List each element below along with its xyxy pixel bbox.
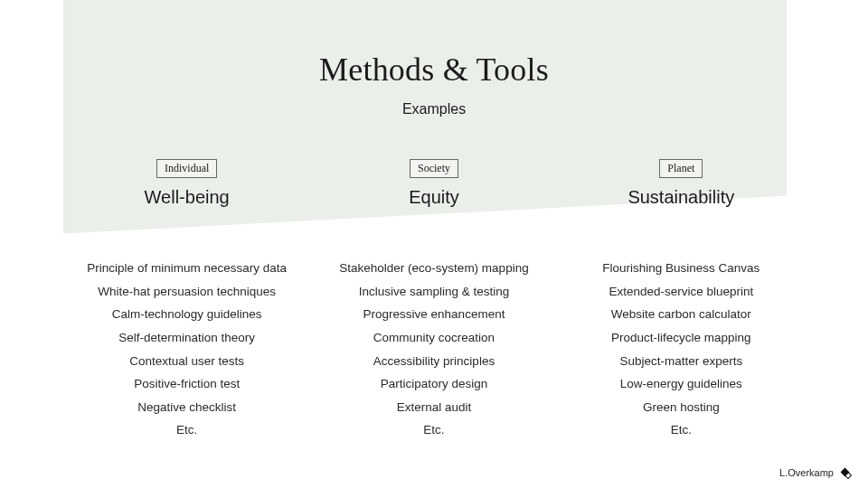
footer-credit: L.Overkamp [779, 467, 834, 478]
list-item: Community cocreation [310, 326, 557, 350]
list-item: Self-determination theory [63, 326, 310, 350]
list-item: Positive-friction test [63, 372, 310, 396]
list-item: Contextual user tests [63, 350, 310, 373]
pillar-equity: Equity [310, 187, 557, 208]
list-item: Inclusive sampling & testing [310, 280, 557, 304]
list-item: White-hat persuasion techniques [63, 280, 310, 304]
pillar-wellbeing: Well-being [63, 187, 310, 208]
list-item: Extended-service blueprint [558, 280, 805, 304]
tag-planet: Planet [659, 159, 703, 178]
column-individual: Individual Well-being Principle of minim… [63, 159, 310, 442]
page-subtitle: Examples [0, 101, 868, 117]
list-item: Stakeholder (eco-system) mapping [310, 257, 557, 280]
tag-individual: Individual [156, 159, 217, 178]
column-planet: Planet Sustainability Flourishing Busine… [558, 159, 805, 442]
list-item: Progressive enhancement [310, 303, 557, 326]
list-item: Etc. [558, 418, 805, 442]
list-item: Product-lifecycle mapping [558, 326, 805, 350]
list-item: Flourishing Business Canvas [558, 257, 805, 280]
column-society: Society Equity Stakeholder (eco-system) … [310, 159, 557, 442]
list-item: Website carbon calculator [558, 303, 805, 326]
list-item: Low-energy guidelines [558, 372, 805, 396]
page-title: Methods & Tools [0, 0, 868, 89]
list-item: Participatory design [310, 372, 557, 396]
list-item: Subject-matter experts [558, 350, 805, 373]
list-item: Etc. [63, 418, 310, 442]
pillar-sustainability: Sustainability [558, 187, 805, 208]
columns-container: Individual Well-being Principle of minim… [63, 159, 805, 442]
list-item: Principle of minimum necessary data [63, 257, 310, 280]
list-item: Accessibility principles [310, 350, 557, 373]
list-item: Etc. [310, 418, 557, 442]
list-item: External audit [310, 396, 557, 419]
footer: L.Overkamp [779, 466, 852, 479]
heart-diamond-icon [839, 466, 852, 479]
list-item: Calm-technology guidelines [63, 303, 310, 326]
list-item: Green hosting [558, 396, 805, 419]
tag-society: Society [410, 159, 458, 178]
list-item: Negative checklist [63, 396, 310, 419]
